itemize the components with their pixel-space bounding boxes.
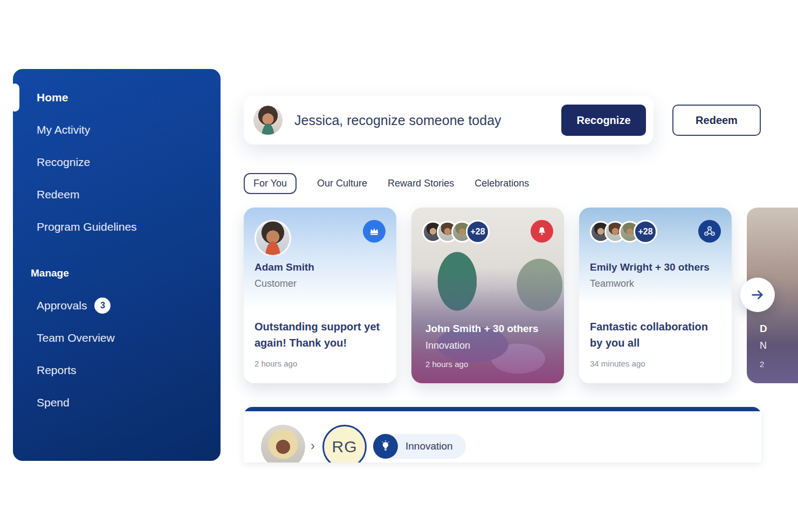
sidebar-item-label: Reports [37,364,77,377]
feed-tabs: For You Our Culture Reward Stories Celeb… [244,172,529,194]
recognition-message: Fantastic collaboration by you all [590,319,719,351]
sender-avatar [261,425,305,462]
recognition-composer-card[interactable]: › RG Innovation [244,407,761,462]
extra-recipients-badge: +28 [634,220,657,244]
sidebar-item-my-activity[interactable]: My Activity [13,114,221,146]
recipient-name: John Smith + 30 others [425,323,539,335]
sidebar-item-redeem[interactable]: Redeem [13,178,221,211]
recipient-avatar-stack: +28 [590,220,657,244]
timestamp: 34 minutes ago [590,359,645,368]
sidebar-item-label: Recognize [37,156,90,169]
recognition-category: Teamwork [590,278,634,289]
recognize-prompt-bar[interactable]: Jessica, recognize someone today Recogni… [244,96,653,144]
sidebar-item-recognize[interactable]: Recognize [13,146,221,178]
recipient-name: D [760,323,767,335]
network-icon [698,220,721,243]
approvals-count-badge: 3 [94,298,111,314]
timestamp: 2 hours ago [254,359,297,368]
sidebar-item-label: Approvals [37,299,87,312]
recognition-card[interactable]: +28 Emily Wright + 30 others Teamwork Fa… [579,208,732,383]
recognition-category: Innovation [425,340,470,351]
composer-accent-bar [244,407,761,411]
tab-reward-stories[interactable]: Reward Stories [388,178,454,189]
crown-icon [363,220,386,243]
sidebar-item-spend[interactable]: Spend [13,386,221,419]
recipient-avatar-stack: +28 [422,220,490,244]
sidebar-item-approvals[interactable]: Approvals 3 [13,289,221,322]
greeting-text: Jessica, recognize someone today [294,113,501,128]
recipient-name: Adam Smith [254,261,314,273]
timestamp: 2 [760,360,764,369]
extra-recipients-badge: +28 [466,220,490,244]
category-badge-innovation[interactable]: Innovation [373,434,466,459]
chevron-right-icon: › [311,438,315,453]
app-root: Home My Activity Recognize Redeem Progra… [0,0,798,532]
tab-our-culture[interactable]: Our Culture [317,178,367,189]
recipient-avatar [254,220,291,257]
sidebar-item-label: Redeem [37,188,79,201]
recognition-card[interactable]: +28 John Smith + 30 others Innovation 2 … [411,208,564,383]
sidebar-item-home[interactable]: Home [13,81,221,114]
recognition-category: N [760,340,767,351]
recipient-initials-avatar[interactable]: RG [322,425,367,462]
sidebar-item-label: Program Guidelines [37,220,137,233]
recognition-message: Outstanding support yet again! Thank you… [254,319,384,351]
recognition-card[interactable]: Adam Smith Customer Outstanding support … [244,208,396,383]
sidebar-item-team-overview[interactable]: Team Overview [13,322,221,354]
sidebar-item-label: Team Overview [37,331,115,344]
active-item-indicator [10,84,19,112]
timestamp: 2 hours ago [425,360,468,369]
sidebar: Home My Activity Recognize Redeem Progra… [13,69,221,461]
sidebar-item-program-guidelines[interactable]: Program Guidelines [13,211,221,243]
recognize-button[interactable]: Recognize [561,105,646,136]
user-avatar [253,106,283,135]
tab-celebrations[interactable]: Celebrations [474,178,529,189]
recognition-category: Customer [254,278,297,289]
lightbulb-icon [373,434,398,459]
sidebar-item-label: My Activity [37,123,90,136]
recipient-name: Emily Wright + 30 others [590,261,710,273]
sidebar-item-reports[interactable]: Reports [13,354,221,386]
bell-icon [531,220,553,243]
recognition-card-carousel: Adam Smith Customer Outstanding support … [244,208,798,383]
arrow-right-icon [749,287,766,303]
category-label: Innovation [405,440,453,452]
sidebar-item-label: Home [37,91,68,104]
carousel-next-button[interactable] [740,278,775,312]
sidebar-section-manage: Manage [13,257,221,289]
redeem-button[interactable]: Redeem [672,105,761,136]
sidebar-item-label: Spend [37,396,70,409]
tab-for-you[interactable]: For You [244,173,297,194]
